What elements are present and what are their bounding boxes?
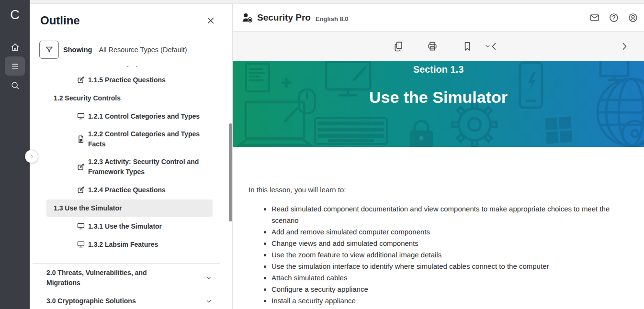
filter-button[interactable] <box>39 41 59 59</box>
objective-item: Read simulated component documentation a… <box>271 203 630 226</box>
outline-item[interactable]: 2.0 Threats, Vulnerabilities, and Migrat… <box>30 264 232 292</box>
outline-item-label: 1.1.5 Practice Questions <box>88 75 166 85</box>
chevron-down-button[interactable] <box>481 40 494 53</box>
outline-item-label: 1.3.1 Use the Simulator <box>88 221 162 232</box>
outline-item[interactable]: 1.2.2 Control Categories and Types Facts <box>30 125 232 153</box>
section-banner: Section 1.3 Use the Simulator <box>233 61 644 147</box>
copy-icon <box>393 41 404 52</box>
search-icon <box>10 80 20 90</box>
outline-item[interactable]: 1.3.1 Use the Simulator <box>30 217 232 235</box>
outline-panel: Outline Showing All Resource Types (Defa… <box>30 0 233 309</box>
section-label: Section 1.3 <box>233 64 644 75</box>
monitor-icon <box>77 222 85 231</box>
outline-item-label: 1.2.2 Control Categories and Types Facts <box>88 129 217 149</box>
home-icon <box>10 42 20 52</box>
help-button[interactable] <box>609 12 619 23</box>
course-header: Security Pro English 8.0 <box>233 4 644 32</box>
outline-item-label: 3.0 Cryptographic Solutions <box>46 296 136 306</box>
outline-title: Outline <box>40 12 80 28</box>
main-area: Security Pro English 8.0 <box>233 0 644 309</box>
person-shield-icon <box>241 12 253 23</box>
help-icon <box>609 12 619 23</box>
filter-icon <box>45 45 54 55</box>
monitor-icon <box>77 112 85 121</box>
outline-item-label: 1.3 Use the Simulator <box>54 203 122 213</box>
account-button[interactable] <box>628 12 638 23</box>
edit-icon <box>77 163 85 171</box>
filter-label: Showing <box>63 46 92 54</box>
chevron-down-icon[interactable] <box>205 274 213 282</box>
chevron-down-icon <box>484 43 491 50</box>
outline-item-label: 1.3.2 Labsim Features <box>88 240 158 250</box>
outline-item[interactable]: 1.2.3 Activity: Security Control and Fra… <box>30 153 232 181</box>
print-icon <box>427 41 438 52</box>
edit-icon <box>77 186 85 194</box>
sidebar-home-button[interactable] <box>5 37 25 56</box>
objective-item: Install a security appliance <box>271 295 630 307</box>
objective-item: Use the simulation interface to identify… <box>271 261 630 272</box>
chevron-right-icon <box>29 154 35 160</box>
outline-item[interactable]: 3.0 Cryptographic Solutions <box>30 292 232 309</box>
outline-item[interactable]: 1.3.2 Labsim Features <box>30 235 232 254</box>
outline-item-label: 1.2.1 Control Categories and Types <box>88 111 200 121</box>
outline-item-label: 2.0 Threats, Vulnerabilities, and Migrat… <box>46 268 176 288</box>
mail-button[interactable] <box>589 12 600 23</box>
sidebar-nav <box>0 37 30 95</box>
outline-item-label: 1.2.4 Practice Questions <box>88 185 166 195</box>
objective-item: Attach simulated cables <box>271 272 630 284</box>
header-icon-group <box>589 12 639 23</box>
outline-item[interactable]: 1.2.4 Practice Questions <box>30 181 232 199</box>
filter-row: Showing All Resource Types (Default) <box>30 28 232 59</box>
app-logo[interactable]: C <box>0 0 30 30</box>
outline-scrollbar-thumb[interactable] <box>229 123 232 221</box>
document-icon <box>77 135 85 143</box>
next-page-button[interactable] <box>618 40 631 53</box>
outline-item-label: 1.2 Security Controls <box>54 93 121 103</box>
chevron-right-icon <box>619 41 630 52</box>
outline-header: Outline <box>30 0 232 28</box>
lesson-toolbar <box>233 32 644 61</box>
print-button[interactable] <box>426 40 439 53</box>
course-subtitle: English 8.0 <box>316 13 349 22</box>
sidebar-search-button[interactable] <box>5 76 25 95</box>
panel-expand-button[interactable] <box>25 150 38 163</box>
outline-item[interactable]: 1.2.1 Control Categories and Types <box>30 107 232 125</box>
objective-item: Use the zoom feature to view additional … <box>271 249 630 261</box>
copy-button[interactable] <box>392 40 405 53</box>
objective-item: Change views and add simulated component… <box>271 238 630 249</box>
close-outline-button[interactable] <box>205 15 216 26</box>
objectives-list: Read simulated component documentation a… <box>249 203 631 307</box>
section-title: Use the Simulator <box>233 88 644 106</box>
account-icon <box>628 12 638 23</box>
chevron-down-icon[interactable] <box>205 298 213 305</box>
top-strip <box>30 0 644 4</box>
filter-value: All Resource Types (Default) <box>99 46 187 54</box>
sidebar-menu-button[interactable] <box>5 56 25 76</box>
close-icon <box>205 15 216 26</box>
lesson-intro: In this lesson, you will learn to: <box>249 184 631 196</box>
edit-icon <box>77 76 85 84</box>
bookmark-button[interactable] <box>461 40 474 53</box>
outline-item[interactable]: 1.1.5 Practice Questions <box>30 71 232 89</box>
bookmark-icon <box>462 41 473 52</box>
monitor-icon <box>77 240 85 249</box>
outline-item-label: 1.2.3 Activity: Security Control and Fra… <box>88 157 217 177</box>
course-title: Security Pro <box>257 12 311 23</box>
outline-item-partial[interactable]: - - <box>127 65 232 68</box>
mail-icon <box>589 12 600 23</box>
lesson-content: In this lesson, you will learn to: Read … <box>233 147 644 309</box>
menu-icon <box>10 61 20 71</box>
outline-list: 1.1.5 Practice Questions1.2 Security Con… <box>30 71 232 309</box>
app: { "sidebar": { "logo_text": "C" }, "icon… <box>0 0 644 309</box>
outline-item[interactable]: 1.2 Security Controls <box>30 89 232 107</box>
objective-item: Add and remove simulated computer compon… <box>271 226 630 238</box>
objective-item: Configure a security appliance <box>271 284 630 295</box>
outline-item[interactable]: 1.3 Use the Simulator <box>46 199 213 217</box>
